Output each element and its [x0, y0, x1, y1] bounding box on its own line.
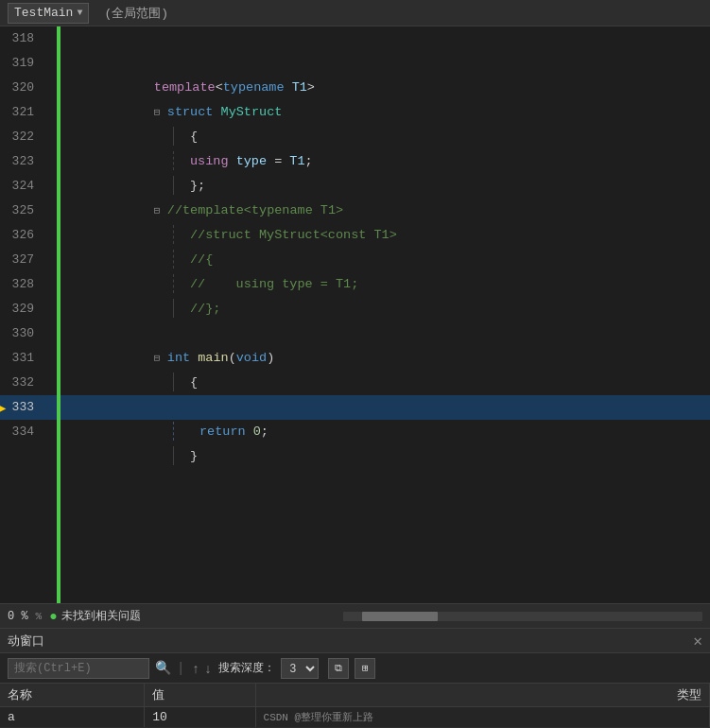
- current-execution-arrow-icon: ▶: [0, 400, 6, 416]
- editor-lines: 318 319 template<typename T1> 320 ⊟struc…: [0, 26, 710, 603]
- col-header-value: 值: [145, 684, 255, 707]
- table-row: 321 {: [0, 100, 710, 125]
- search-icon: 🔍: [155, 660, 171, 676]
- table-row: 323 };: [0, 149, 710, 174]
- table-row: 328 //};: [0, 272, 710, 297]
- code-content: }: [59, 420, 710, 444]
- green-modification-bar: [57, 26, 61, 603]
- line-number: 333: [0, 395, 42, 420]
- table-row: 324 ⊟//template<typename T1>: [0, 174, 710, 199]
- depth-select[interactable]: 3 1 2 4 5: [281, 658, 319, 679]
- watch-type-cell: CSDN @整理你重新上路: [255, 707, 709, 728]
- search-input[interactable]: [8, 658, 149, 679]
- line-number: 318: [0, 26, 42, 51]
- line-number: 330: [0, 321, 42, 346]
- table-row: 327 // using type = T1;: [0, 248, 710, 272]
- table-row: 320 ⊟struct MyStruct: [0, 76, 710, 100]
- check-icon: ●: [49, 609, 57, 624]
- line-number: 332: [0, 371, 42, 395]
- code-content: ⊟int main(void): [59, 321, 710, 346]
- line-number: 325: [0, 199, 42, 223]
- nav-up-button[interactable]: ↑: [190, 661, 200, 676]
- code-content: {: [59, 346, 710, 371]
- title-bar: TestMain ▼ (全局范围): [0, 0, 710, 26]
- line-number: 326: [0, 223, 42, 248]
- table-row: 325 //struct MyStruct<const T1>: [0, 199, 710, 223]
- table-row: 318: [0, 26, 710, 51]
- line-number: 328: [0, 272, 42, 297]
- code-content: using type = T1;: [59, 125, 710, 149]
- watch-value-cell: 10: [145, 707, 255, 728]
- line-number: 319: [0, 51, 42, 76]
- code-content: //struct MyStruct<const T1>: [59, 199, 710, 223]
- code-content: MyStruct<const int>::type a = 10;: [59, 371, 710, 395]
- table-row: 329: [0, 297, 710, 321]
- code-content: };: [59, 149, 710, 174]
- table-row: 326 //{: [0, 223, 710, 248]
- bottom-panel: 动窗口 ✕ 🔍 | ↑ ↓ 搜索深度： 3 1 2 4 5 ⧉ ⊞ 名称 值 类…: [0, 628, 710, 728]
- horizontal-scrollbar[interactable]: [343, 612, 702, 621]
- zoom-level: 0 %: [8, 610, 28, 623]
- code-content: ⊟//template<typename T1>: [59, 174, 710, 199]
- code-content: // using type = T1;: [59, 248, 710, 272]
- code-content: //{: [59, 223, 710, 248]
- current-line-row: ▶ 333 return 0;: [0, 395, 710, 420]
- depth-label: 搜索深度：: [218, 660, 275, 676]
- line-number: 322: [0, 125, 42, 149]
- line-number: 320: [0, 76, 42, 100]
- scope-label: (全局范围): [104, 5, 168, 22]
- title-bar-left: TestMain ▼ (全局范围): [8, 3, 168, 24]
- function-selector-label: TestMain: [14, 6, 73, 20]
- panel-title: 动窗口: [8, 633, 44, 650]
- line-number: 329: [0, 297, 42, 321]
- status-check: ● 未找到相关问题: [49, 608, 140, 624]
- table-row: 331 {: [0, 346, 710, 371]
- panel-close-button[interactable]: ✕: [693, 632, 702, 650]
- line-number: 321: [0, 100, 42, 125]
- line-number: 331: [0, 346, 42, 371]
- icon-btn-1[interactable]: ⧉: [328, 658, 349, 679]
- status-bar: 0 % % ● 未找到相关问题: [0, 603, 710, 628]
- editor-container: 318 319 template<typename T1> 320 ⊟struc…: [0, 26, 710, 603]
- table-row: 322 using type = T1;: [0, 125, 710, 149]
- zoom-percent-icon: %: [36, 611, 43, 622]
- nav-down-button[interactable]: ↓: [202, 661, 213, 676]
- table-row: a 10 CSDN @整理你重新上路: [0, 707, 710, 728]
- nav-arrows: ↑ ↓: [190, 661, 213, 676]
- dropdown-arrow-icon: ▼: [77, 8, 82, 18]
- panel-header: 动窗口 ✕: [0, 629, 710, 653]
- col-header-type: 类型: [255, 684, 709, 707]
- col-header-name: 名称: [0, 684, 145, 707]
- code-content: [59, 26, 710, 51]
- code-content: {: [59, 100, 710, 125]
- code-content: template<typename T1>: [59, 51, 710, 76]
- code-content: [59, 297, 710, 321]
- line-number: 324: [0, 174, 42, 199]
- function-selector[interactable]: TestMain ▼: [8, 3, 89, 24]
- code-content: return 0;: [59, 395, 710, 420]
- line-number: 323: [0, 149, 42, 174]
- search-bar: 🔍 | ↑ ↓ 搜索深度： 3 1 2 4 5 ⧉ ⊞: [0, 653, 710, 684]
- watch-table: 名称 值 类型 a 10 CSDN @整理你重新上路: [0, 684, 710, 728]
- scrollbar-thumb[interactable]: [362, 612, 438, 621]
- line-number: 334: [0, 420, 42, 444]
- table-row: 330 ⊟int main(void): [0, 321, 710, 346]
- icon-btn-2[interactable]: ⊞: [355, 658, 375, 679]
- code-content: ⊟struct MyStruct: [59, 76, 710, 100]
- code-content: //};: [59, 272, 710, 297]
- watch-name-cell: a: [0, 707, 145, 728]
- status-text: 未找到相关问题: [61, 608, 141, 624]
- line-number: 327: [0, 248, 42, 272]
- table-row: 319 template<typename T1>: [0, 51, 710, 76]
- table-row: 332 MyStruct<const int>::type a = 10;: [0, 371, 710, 395]
- table-row: 334 }: [0, 420, 710, 444]
